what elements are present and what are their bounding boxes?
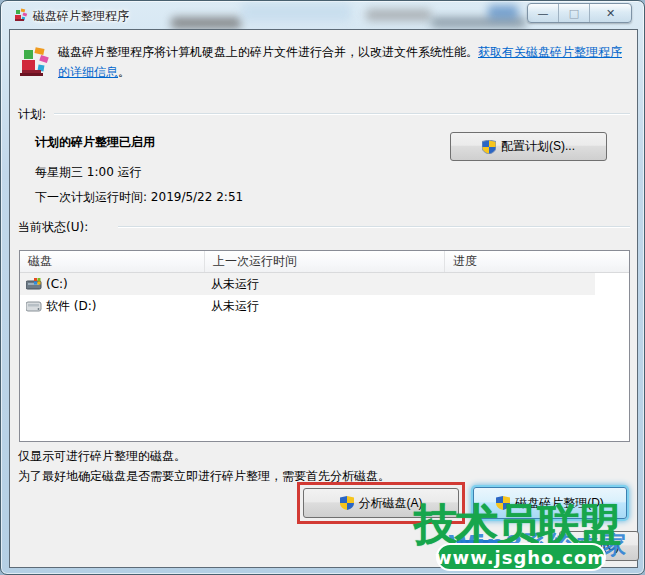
dialog-client-area: 磁盘碎片整理程序将计算机硬盘上的碎片文件进行合并，以改进文件系统性能。获取有关磁… bbox=[9, 29, 638, 568]
disk-row-c[interactable]: (C:) 从未运行 bbox=[20, 273, 595, 295]
title-bar[interactable]: 磁盘碎片整理程序 — □ ✕ bbox=[1, 1, 644, 29]
schedule-section-label: 计划: bbox=[18, 106, 46, 123]
disk-row-d[interactable]: 软件 (D:) 从未运行 bbox=[20, 295, 595, 317]
defragmenter-window: 磁盘碎片整理程序 — □ ✕ 磁盘碎片整理程序将计算机硬盘上的碎片文件进行合并，… bbox=[0, 0, 645, 575]
last-run-value: 从未运行 bbox=[205, 298, 445, 315]
aero-blur-blob bbox=[488, 5, 518, 19]
disk-label: (C:) bbox=[46, 277, 68, 291]
current-status-separator bbox=[118, 226, 630, 228]
disk-list[interactable]: 磁盘 上一次运行时间 进度 bbox=[19, 250, 630, 442]
aero-blur-blob bbox=[366, 9, 431, 21]
intro-period: 。 bbox=[118, 65, 130, 79]
configure-schedule-label: 配置计划(S)... bbox=[501, 138, 575, 155]
configure-schedule-button[interactable]: 配置计划(S)... bbox=[450, 132, 607, 161]
disk-list-header: 磁盘 上一次运行时间 进度 bbox=[20, 251, 629, 273]
uac-shield-icon bbox=[340, 496, 354, 510]
defragmenter-app-icon bbox=[13, 7, 29, 23]
disk-label: 软件 (D:) bbox=[46, 298, 96, 315]
schedule-separator bbox=[54, 113, 630, 115]
intro-paragraph: 磁盘碎片整理程序将计算机硬盘上的碎片文件进行合并，以改进文件系统性能。获取有关磁… bbox=[58, 42, 626, 82]
column-header-last-run[interactable]: 上一次运行时间 bbox=[205, 251, 445, 272]
column-header-disk[interactable]: 磁盘 bbox=[20, 251, 205, 272]
schedule-status: 计划的碎片整理已启用 bbox=[35, 134, 155, 151]
defragmenter-icon bbox=[18, 44, 52, 78]
last-run-value: 从未运行 bbox=[205, 276, 445, 293]
note-line-1: 仅显示可进行碎片整理的磁盘。 bbox=[18, 448, 186, 465]
schedule-frequency: 每星期三 1:00 运行 bbox=[35, 164, 142, 181]
window-title: 磁盘碎片整理程序 bbox=[33, 8, 129, 25]
system-drive-icon bbox=[26, 278, 42, 290]
schedule-next-run: 下一次计划运行时间: 2019/5/22 2:51 bbox=[35, 189, 243, 206]
window-controls: — □ ✕ bbox=[527, 3, 632, 23]
drive-icon bbox=[26, 300, 42, 312]
maximize-button[interactable]: □ bbox=[559, 4, 590, 22]
intro-text: 磁盘碎片整理程序将计算机硬盘上的碎片文件进行合并，以改进文件系统性能。 bbox=[58, 45, 478, 59]
watermark-site-url: www.jsgho.com bbox=[436, 543, 606, 571]
minimize-button[interactable]: — bbox=[528, 4, 559, 22]
column-header-progress[interactable]: 进度 bbox=[445, 251, 595, 272]
uac-shield-icon bbox=[482, 140, 496, 154]
aero-blur-blob bbox=[241, 3, 351, 21]
aero-blur-blob bbox=[171, 17, 241, 29]
current-status-section-label: 当前状态(U): bbox=[18, 219, 88, 236]
close-button[interactable]: ✕ bbox=[590, 4, 631, 22]
analyze-disk-label: 分析磁盘(A) bbox=[359, 495, 423, 512]
